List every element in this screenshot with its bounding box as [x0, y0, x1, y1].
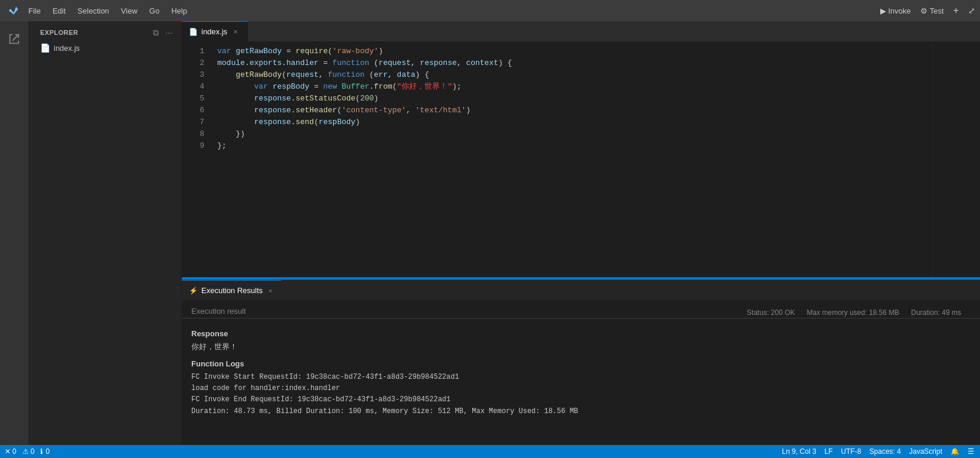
panel-content: Response 你好，世界！ Function Logs FC Invoke … — [182, 319, 980, 445]
explorer-icon[interactable] — [0, 25, 28, 53]
menu-edit[interactable]: Edit — [47, 0, 71, 21]
errors-indicator[interactable]: ✕ 0 — [5, 447, 17, 456]
response-section: Response 你好，世界！ — [191, 329, 971, 352]
execution-tab-icon: ⚡ — [189, 287, 198, 295]
execution-results-tab[interactable]: ⚡ Execution Results × — [182, 280, 282, 301]
logs-title: Function Logs — [191, 359, 971, 368]
new-file-button[interactable]: ⧉ — [151, 27, 161, 38]
invoke-button[interactable]: ▶ Invoke — [880, 7, 911, 15]
sidebar-title: EXPLORER — [40, 29, 79, 36]
code-line-7: response.send(respBody) — [217, 116, 933, 128]
line-ending[interactable]: LF — [825, 447, 833, 456]
sidebar-actions: ⧉ ··· — [151, 27, 174, 38]
execution-tab-label: Execution Results — [201, 286, 263, 295]
log-line: FC Invoke Start RequestId: 19c38cac-bd72… — [191, 372, 971, 383]
test-button[interactable]: ⚙ Test — [920, 7, 944, 15]
execution-result-label: Execution result — [191, 304, 246, 318]
layout-icon[interactable]: ☰ — [968, 447, 974, 456]
status-left: ✕ 0 ⚠ 0 ℹ 0 — [0, 447, 54, 456]
code-editor[interactable]: 1 2 3 4 5 6 7 8 9 var getRawBody = requi… — [182, 42, 980, 277]
main-content: EXPLORER ⧉ ··· 📄 index.js 📄 index.js × 1… — [0, 21, 980, 445]
tab-bar: 📄 index.js × — [182, 21, 980, 42]
code-line-1: var getRawBody = require('raw-body') — [217, 46, 933, 57]
error-icon: ✕ — [5, 447, 11, 456]
status-bar: ✕ 0 ⚠ 0 ℹ 0 Ln 9, Col 3 LF UTF-8 Spaces:… — [0, 445, 980, 458]
log-line: Duration: 48.73 ms, Billed Duration: 100… — [191, 406, 971, 417]
panel-tab-bar: ⚡ Execution Results × — [182, 280, 980, 301]
indentation[interactable]: Spaces: 4 — [870, 447, 901, 456]
file-name: index.js — [54, 44, 80, 53]
file-item-index-js[interactable]: 📄 index.js — [28, 41, 181, 54]
code-line-8: }) — [217, 128, 933, 140]
response-title: Response — [191, 329, 971, 338]
status-right: Ln 9, Col 3 LF UTF-8 Spaces: 4 JavaScrip… — [776, 447, 980, 456]
log-line: FC Invoke End RequestId: 19c38cac-bd72-4… — [191, 394, 971, 405]
encoding[interactable]: UTF-8 — [841, 447, 861, 456]
duration-label: Duration: 49 ms — [911, 308, 961, 317]
bottom-panel: ⚡ Execution Results × Execution result S… — [182, 280, 980, 445]
test-icon: ⚙ — [920, 7, 927, 15]
log-line: load code for handler:index.handler — [191, 383, 971, 394]
js-file-icon: 📄 — [40, 43, 50, 53]
menu-bar: File Edit Selection View Go Help ▶ Invok… — [0, 0, 980, 21]
info-icon: ℹ — [40, 447, 43, 456]
code-line-4: var respBody = new Buffer.from("你好，世界！")… — [217, 81, 933, 93]
warning-icon: ⚠ — [22, 447, 29, 456]
editor-area: 📄 index.js × 1 2 3 4 5 6 7 8 9 var getRa… — [182, 21, 980, 445]
warnings-indicator[interactable]: ⚠ 0 — [22, 447, 35, 456]
code-line-6: response.setHeader('content-type', 'text… — [217, 105, 933, 116]
language-mode[interactable]: JavaScript — [909, 447, 942, 456]
play-icon: ▶ — [880, 7, 886, 15]
menu-view[interactable]: View — [115, 0, 143, 21]
sidebar: EXPLORER ⧉ ··· 📄 index.js — [28, 21, 182, 445]
status-label: Status: 200 OK — [747, 308, 795, 317]
add-tab-button[interactable]: + — [953, 5, 959, 16]
logs-section: Function Logs FC Invoke Start RequestId:… — [191, 359, 971, 417]
logs-body: FC Invoke Start RequestId: 19c38cac-bd72… — [191, 372, 971, 417]
response-body: 你好，世界！ — [191, 342, 971, 352]
app-icon — [5, 0, 22, 21]
memory-label: Max memory used: 18.56 MB — [807, 308, 900, 317]
tab-file-icon: 📄 — [189, 28, 198, 36]
sidebar-header: EXPLORER ⧉ ··· — [28, 21, 181, 41]
tab-close-button[interactable]: × — [231, 27, 240, 37]
minimap — [933, 42, 980, 277]
code-line-5: response.setStatusCode(200) — [217, 93, 933, 105]
line-numbers: 1 2 3 4 5 6 7 8 9 — [182, 42, 211, 277]
code-line-2: module.exports.handler = function (reque… — [217, 57, 933, 69]
code-line-9: }; — [217, 140, 933, 152]
activity-bar — [0, 21, 28, 445]
bell-icon[interactable]: 🔔 — [950, 447, 959, 456]
code-content[interactable]: var getRawBody = require('raw-body') mod… — [211, 42, 933, 277]
more-actions-button[interactable]: ··· — [164, 27, 174, 38]
panel-tab-close-button[interactable]: × — [266, 287, 275, 295]
menu-go[interactable]: Go — [143, 0, 165, 21]
cursor-position[interactable]: Ln 9, Col 3 — [782, 447, 816, 456]
expand-button[interactable]: ⤢ — [968, 6, 975, 15]
info-indicator[interactable]: ℹ 0 — [40, 447, 50, 456]
menu-file[interactable]: File — [22, 0, 47, 21]
menu-help[interactable]: Help — [165, 0, 193, 21]
tab-index-js[interactable]: 📄 index.js × — [182, 21, 248, 41]
code-line-3: getRawBody(request, function (err, data)… — [217, 69, 933, 81]
tab-label: index.js — [201, 27, 227, 36]
menu-selection[interactable]: Selection — [71, 0, 115, 21]
toolbar-right: ▶ Invoke ⚙ Test + ⤢ — [880, 5, 976, 16]
execution-status-bar: Status: 200 OK Max memory used: 18.56 MB… — [737, 306, 971, 317]
